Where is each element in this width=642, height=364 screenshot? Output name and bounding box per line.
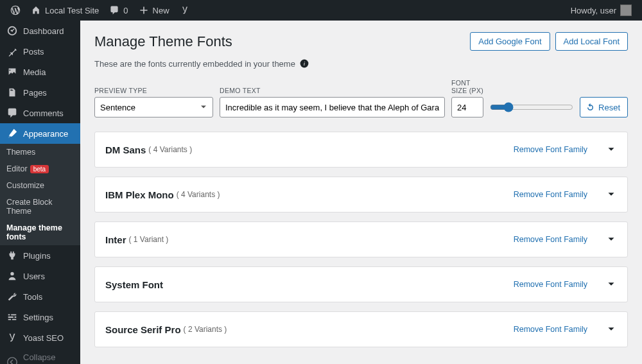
- chevron-down-icon: [605, 189, 617, 200]
- comment-icon: [109, 5, 119, 15]
- font-size-control: FONT SIZE (PX): [451, 79, 483, 117]
- new-link[interactable]: New: [134, 0, 175, 21]
- preview-type-label: PREVIEW TYPE: [94, 87, 213, 94]
- expand-toggle[interactable]: [605, 279, 617, 290]
- sidebar-collapse[interactable]: Collapse menu: [0, 348, 80, 364]
- yoast-adminbar[interactable]: [175, 0, 195, 21]
- sidebar-item-plugins[interactable]: Plugins: [0, 245, 80, 266]
- comment-icon: [6, 107, 18, 119]
- collapse-icon: [6, 356, 18, 364]
- preview-type-control: PREVIEW TYPE Sentence: [94, 87, 213, 117]
- remove-font-link[interactable]: Remove Font Family: [514, 235, 587, 244]
- expand-toggle[interactable]: [605, 234, 617, 245]
- font-card: IBM Plex Mono ( 4 Variants ) Remove Font…: [94, 177, 628, 212]
- submenu-customize[interactable]: Customize: [0, 177, 80, 194]
- font-name: IBM Plex Mono: [105, 189, 174, 200]
- sidebar-item-media[interactable]: Media: [0, 62, 80, 82]
- demo-text-control: DEMO TEXT: [220, 87, 445, 117]
- sidebar-item-dashboard[interactable]: Dashboard: [0, 21, 80, 41]
- font-size-label: FONT SIZE (PX): [451, 79, 483, 94]
- font-size-slider-control: [490, 87, 573, 117]
- avatar: [620, 4, 632, 16]
- chevron-down-icon: [605, 234, 617, 245]
- font-card: DM Sans ( 4 Variants ) Remove Font Famil…: [94, 132, 628, 168]
- submenu-create-block-theme[interactable]: Create Block Theme: [0, 194, 80, 220]
- add-local-font-button[interactable]: Add Local Font: [555, 32, 628, 51]
- font-card: System Font Remove Font Family: [94, 266, 628, 302]
- sidebar-item-settings[interactable]: Settings: [0, 307, 80, 327]
- font-variants: ( 4 Variants ): [148, 145, 192, 154]
- font-variants: ( 1 Variant ): [129, 235, 169, 244]
- submenu-manage-theme-fonts[interactable]: Manage theme fonts: [0, 220, 80, 245]
- sidebar-item-label: Comments: [23, 108, 64, 118]
- font-variants: ( 4 Variants ): [177, 190, 220, 199]
- font-name: DM Sans: [105, 144, 146, 155]
- sidebar-item-label: Yoast SEO: [23, 333, 64, 343]
- info-icon[interactable]: i: [299, 58, 309, 69]
- sidebar-item-pages[interactable]: Pages: [0, 82, 80, 103]
- refresh-icon: [586, 103, 595, 112]
- plus-icon: [139, 5, 149, 15]
- remove-font-link[interactable]: Remove Font Family: [514, 190, 587, 199]
- sidebar-item-comments[interactable]: Comments: [0, 103, 80, 123]
- demo-text-input[interactable]: [220, 97, 445, 117]
- reset-control: Reset: [580, 87, 628, 117]
- preview-controls: PREVIEW TYPE Sentence DEMO TEXT FONT SIZ…: [94, 79, 628, 117]
- sidebar-item-label: Collapse menu: [23, 352, 74, 364]
- font-size-input[interactable]: [451, 97, 483, 117]
- page-title: Manage Theme Fonts: [94, 33, 465, 50]
- yoast-icon: [180, 5, 190, 15]
- sidebar-item-label: Media: [23, 67, 46, 77]
- brush-icon: [6, 128, 18, 139]
- font-list: DM Sans ( 4 Variants ) Remove Font Famil…: [94, 132, 628, 347]
- yoast-icon: [6, 332, 18, 343]
- media-icon: [6, 66, 18, 78]
- sidebar-item-label: Settings: [23, 313, 53, 322]
- sidebar-item-tools[interactable]: Tools: [0, 286, 80, 307]
- add-google-font-button[interactable]: Add Google Font: [470, 32, 550, 51]
- sidebar-item-label: Dashboard: [23, 26, 64, 36]
- site-name-link[interactable]: Local Test Site: [26, 0, 104, 21]
- submenu-editor[interactable]: Editorbeta: [0, 160, 80, 177]
- sidebar-item-users[interactable]: Users: [0, 266, 80, 286]
- pin-icon: [6, 46, 18, 57]
- sidebar-item-yoast[interactable]: Yoast SEO: [0, 327, 80, 348]
- comments-link[interactable]: 0: [104, 0, 133, 21]
- account-link[interactable]: Howdy, user: [566, 0, 637, 21]
- font-name: System Font: [105, 279, 163, 290]
- remove-font-link[interactable]: Remove Font Family: [514, 145, 587, 154]
- font-card: Source Serif Pro ( 2 Variants ) Remove F…: [94, 311, 628, 347]
- chevron-down-icon: [605, 324, 617, 335]
- font-card: Inter ( 1 Variant ) Remove Font Family: [94, 221, 628, 257]
- wp-logo[interactable]: [5, 0, 26, 21]
- sidebar-item-label: Posts: [23, 47, 44, 56]
- reset-button[interactable]: Reset: [580, 97, 628, 117]
- plug-icon: [6, 250, 18, 261]
- chevron-down-icon: [605, 144, 617, 155]
- page-description: These are the fonts currently embedded i…: [94, 58, 628, 69]
- user-icon: [6, 270, 18, 282]
- preview-type-select[interactable]: Sentence: [94, 97, 213, 117]
- font-name: Inter: [105, 234, 126, 245]
- sliders-icon: [6, 311, 18, 323]
- site-name: Local Test Site: [45, 6, 99, 15]
- sidebar-item-posts[interactable]: Posts: [0, 41, 80, 62]
- expand-toggle[interactable]: [605, 324, 617, 335]
- home-icon: [31, 5, 41, 15]
- sidebar-item-appearance[interactable]: Appearance: [0, 123, 80, 144]
- wordpress-icon: [10, 5, 21, 15]
- sidebar-item-label: Plugins: [23, 251, 51, 261]
- dashboard-icon: [6, 25, 18, 37]
- submenu-themes[interactable]: Themes: [0, 144, 80, 160]
- wrench-icon: [6, 291, 18, 302]
- admin-sidebar: Dashboard Posts Media Pages Comments App…: [0, 21, 80, 364]
- expand-toggle[interactable]: [605, 144, 617, 155]
- remove-font-link[interactable]: Remove Font Family: [514, 280, 587, 289]
- font-variants: ( 2 Variants ): [184, 325, 227, 334]
- remove-font-link[interactable]: Remove Font Family: [514, 325, 587, 334]
- sidebar-item-label: Appearance: [23, 129, 68, 139]
- sidebar-item-label: Pages: [23, 88, 47, 98]
- font-size-slider[interactable]: [490, 102, 573, 112]
- appearance-submenu: Themes Editorbeta Customize Create Block…: [0, 144, 80, 245]
- expand-toggle[interactable]: [605, 189, 617, 200]
